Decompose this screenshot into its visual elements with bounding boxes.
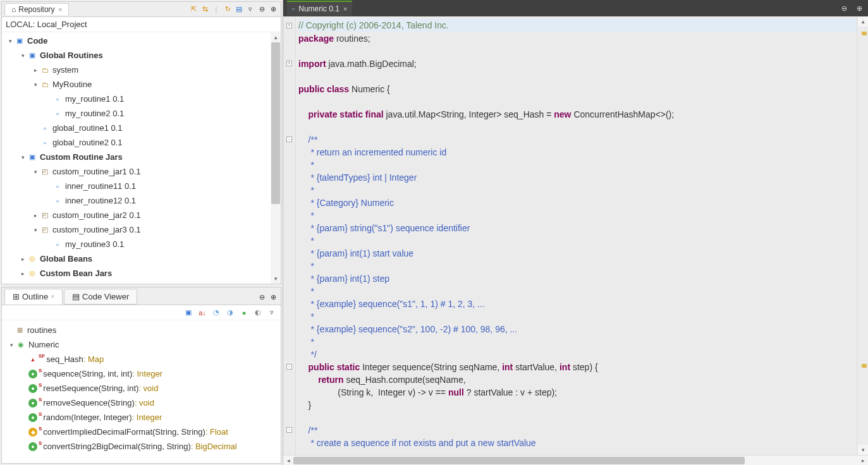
tree-custom-jars[interactable]: Custom Routine Jars: [40, 152, 123, 162]
sep-icon: |: [211, 4, 221, 15]
scroll-left-icon[interactable]: ◂: [283, 457, 293, 464]
outline-tab[interactable]: ⊞ Outline ×: [4, 289, 63, 305]
outline-toolbar: ▣ a↓ ◔ ◑ ● ◐ ▿: [2, 305, 281, 320]
link-icon[interactable]: ⇆: [200, 4, 210, 15]
bean-icon: ◎: [27, 254, 37, 264]
tree-my-routine3[interactable]: my_routine3 0.1: [65, 239, 124, 249]
twisty-collapsed-icon[interactable]: ▸: [18, 256, 27, 262]
scrollbar-thumb[interactable]: [271, 42, 280, 204]
code-icon: ▤: [72, 292, 80, 301]
bean-icon: ◎: [27, 269, 37, 279]
twisty-expanded-icon[interactable]: ▾: [6, 38, 15, 44]
filter-icon[interactable]: ▤: [234, 4, 244, 15]
outline-member[interactable]: ●Srandom(Integer, Integer) : Integer: [4, 410, 278, 425]
twisty-expanded-icon[interactable]: ▾: [31, 82, 40, 88]
close-icon[interactable]: ×: [51, 293, 54, 300]
code-editor[interactable]: ++--- // Copyright (c) 2006-2014, Talend…: [283, 16, 868, 455]
outline-member[interactable]: ◆SconvertImpliedDecimalFormat(String, St…: [4, 425, 278, 439]
hide-static-icon[interactable]: ◑: [225, 308, 235, 318]
outline-tree[interactable]: ⊞ routines ▾ ◉ Numeric ▲SFseq_Hash : Map…: [2, 320, 281, 463]
minimize-icon[interactable]: ⊖: [257, 4, 267, 15]
method-icon: ●: [28, 442, 37, 451]
fold-expanded-icon[interactable]: -: [286, 427, 292, 433]
folder-icon: 🗀: [40, 80, 50, 90]
tree-custom-jar3[interactable]: custom_routine_jar3 0.1: [52, 225, 140, 234]
fold-expanded-icon[interactable]: -: [286, 364, 292, 370]
sort-icon[interactable]: a↓: [197, 308, 207, 318]
outline-member[interactable]: ●Ssequence(String, int, int) : Integer: [4, 366, 278, 381]
outline-class[interactable]: Numeric: [28, 340, 59, 349]
twisty-collapsed-icon[interactable]: ▸: [31, 212, 40, 219]
jar-icon: ◰: [40, 225, 50, 235]
twisty-expanded-icon[interactable]: ▾: [31, 169, 40, 175]
tree-global-routine1[interactable]: global_routine1 0.1: [52, 123, 123, 133]
collapse-icon[interactable]: ⇱: [188, 4, 199, 15]
outline-member[interactable]: ▲SFseq_Hash : Map: [4, 352, 278, 366]
outline-member[interactable]: ●SremoveSequence(String) : void: [4, 396, 278, 410]
field-icon: ▲: [28, 355, 37, 364]
fold-expanded-icon[interactable]: -: [286, 136, 292, 142]
marker-warning-icon[interactable]: [862, 364, 867, 368]
routine-file-icon: ▫: [52, 109, 63, 119]
overview-ruler[interactable]: ▴ ▾: [857, 16, 868, 455]
outline-member[interactable]: ●SconvertString2BigDecimal(String, Strin…: [4, 439, 278, 454]
fold-collapsed-icon[interactable]: +: [286, 61, 292, 66]
tree-custom-jar1[interactable]: custom_routine_jar1 0.1: [52, 167, 140, 176]
scroll-down-icon[interactable]: ▾: [271, 274, 281, 284]
horizontal-scrollbar[interactable]: ◂ ▸: [283, 455, 868, 465]
twisty-expanded-icon[interactable]: ▾: [18, 52, 27, 59]
routine-file-icon: ▫: [52, 196, 63, 206]
editor-code-area[interactable]: // Copyright (c) 2006-2014, Talend Inc.p…: [296, 16, 857, 455]
outline-member[interactable]: ●SresetSequence(String, int) : void: [4, 381, 278, 396]
twisty-expanded-icon[interactable]: ▾: [31, 227, 40, 233]
focus-icon[interactable]: ▣: [183, 308, 193, 318]
minimize-icon[interactable]: ⊖: [257, 292, 267, 302]
scroll-right-icon[interactable]: ▸: [858, 457, 868, 464]
repository-tree[interactable]: ▾ ▣ Code ▾ ▣ Global Routines ▸ 🗀 system …: [2, 32, 281, 284]
scrollbar-thumb[interactable]: [293, 457, 745, 464]
maximize-icon[interactable]: ⊕: [268, 292, 278, 302]
marker-warning-icon[interactable]: [862, 32, 867, 35]
twisty-collapsed-icon[interactable]: ▸: [31, 67, 40, 73]
scrollbar-track[interactable]: [271, 42, 281, 274]
twisty-expanded-icon[interactable]: ▾: [7, 342, 16, 348]
hide-fields-icon[interactable]: ◔: [211, 308, 221, 318]
tree-system[interactable]: system: [52, 65, 78, 75]
tree-my-routine2[interactable]: my_routine2 0.1: [65, 109, 124, 118]
tree-myroutine[interactable]: MyRoutine: [52, 80, 92, 89]
twisty-collapsed-icon[interactable]: ▸: [18, 270, 27, 277]
outline-package[interactable]: routines: [27, 325, 56, 335]
scroll-up-icon[interactable]: ▴: [858, 16, 868, 27]
hide-local-icon[interactable]: ◐: [253, 308, 263, 318]
close-icon[interactable]: ×: [59, 6, 63, 13]
member-name: convertString2BigDecimal(String, String): [43, 442, 190, 451]
method-icon: ◆: [28, 428, 37, 437]
scroll-up-icon[interactable]: ▴: [271, 32, 281, 42]
editor-tab[interactable]: ▫ Numeric 0.1 ×: [287, 1, 352, 16]
tree-custom-jar2[interactable]: custom_routine_jar2 0.1: [52, 210, 140, 220]
minimize-icon[interactable]: ⊖: [839, 3, 849, 13]
editor-gutter[interactable]: ++---: [283, 16, 296, 455]
tree-inner11[interactable]: inner_routine11 0.1: [65, 181, 136, 191]
tree-global-beans[interactable]: Global Beans: [40, 254, 92, 263]
close-icon[interactable]: ×: [343, 5, 347, 13]
scroll-down-icon[interactable]: ▾: [858, 445, 868, 455]
tree-global-routine2[interactable]: global_routine2 0.1: [52, 138, 123, 147]
tree-global-routines[interactable]: Global Routines: [40, 51, 103, 60]
tree-custom-bean-jars[interactable]: Custom Bean Jars: [40, 269, 112, 278]
method-icon: ●: [28, 413, 37, 422]
tree-code[interactable]: Code: [27, 36, 48, 45]
menu-icon[interactable]: ▿: [245, 4, 255, 15]
repository-tab[interactable]: ⌂ Repository ×: [4, 3, 69, 15]
hide-nonpublic-icon[interactable]: ●: [239, 308, 249, 318]
fold-collapsed-icon[interactable]: +: [286, 23, 292, 28]
menu-icon[interactable]: ▿: [267, 308, 277, 318]
maximize-icon[interactable]: ⊕: [854, 3, 864, 13]
code-viewer-tab[interactable]: ▤ Code Viewer: [64, 289, 137, 305]
maximize-icon[interactable]: ⊕: [268, 4, 278, 15]
tree-inner12[interactable]: inner_routine12 0.1: [65, 196, 136, 205]
editor-tabs: ▫ Numeric 0.1 × ⊖ ⊕: [283, 0, 868, 16]
tree-my-routine1[interactable]: my_routine1 0.1: [65, 94, 124, 104]
twisty-expanded-icon[interactable]: ▾: [18, 154, 27, 160]
refresh-icon[interactable]: ↻: [223, 4, 233, 15]
